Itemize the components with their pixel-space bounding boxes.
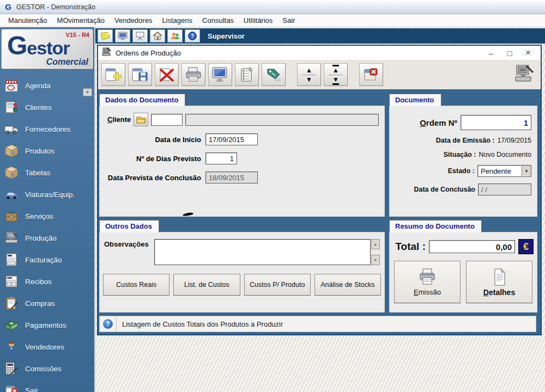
board-button[interactable] bbox=[132, 29, 148, 42]
sidebar-item-agenda[interactable]: Agenda ▼ bbox=[0, 75, 94, 96]
outros-dados-tab[interactable]: Outros Dados bbox=[99, 220, 159, 232]
sidebar-item-label: Recibos bbox=[25, 278, 52, 286]
sidebar-item-pagamentos[interactable]: Pagamentos bbox=[0, 314, 94, 336]
euro-icon: € bbox=[518, 239, 534, 254]
help-icon: ? bbox=[103, 319, 113, 329]
cliente-lookup-button[interactable] bbox=[134, 113, 148, 126]
chevron-down-icon[interactable]: ▼ bbox=[522, 166, 531, 176]
status-help: ? bbox=[100, 316, 117, 332]
monitor-icon bbox=[117, 31, 128, 41]
data-emissao-value: 17/09/2015 bbox=[497, 137, 531, 144]
estado-label: Estado : bbox=[448, 167, 475, 175]
sidebar-item-sair[interactable]: Sair bbox=[0, 379, 94, 392]
dias-previsto-field[interactable]: 1 bbox=[205, 152, 237, 164]
menu-item-vendedores[interactable]: Vendedores bbox=[110, 16, 157, 24]
list-button[interactable] bbox=[235, 63, 259, 86]
users-icon bbox=[169, 31, 180, 41]
tag-button[interactable] bbox=[262, 63, 286, 86]
clipboard-icon bbox=[4, 296, 19, 311]
estado-select[interactable]: Pendente ▼ bbox=[477, 165, 531, 177]
sidebar-item-facturacao[interactable]: Facturação bbox=[0, 249, 94, 271]
home-button[interactable] bbox=[150, 29, 165, 42]
detalhes-button[interactable]: Detalhes bbox=[466, 261, 532, 303]
sidebar-item-comissoes[interactable]: Comissões bbox=[0, 358, 94, 379]
window-title: GESTOR - Demonstração bbox=[16, 3, 95, 11]
payments-icon bbox=[4, 317, 19, 333]
help-button[interactable]: ? bbox=[185, 29, 200, 42]
users-button[interactable] bbox=[167, 29, 183, 42]
sidebar-item-label: Facturação bbox=[25, 256, 62, 264]
maximize-button[interactable]: □ bbox=[500, 48, 519, 58]
observacoes-scrollbar[interactable]: ▲ ▼ bbox=[371, 239, 380, 265]
truck-icon bbox=[4, 121, 19, 137]
sidebar-item-produtos[interactable]: Produtos bbox=[0, 140, 94, 162]
exit-icon bbox=[4, 383, 19, 392]
delete-document-button[interactable] bbox=[155, 63, 179, 86]
cliente-name-field[interactable] bbox=[185, 114, 379, 126]
list-pad-icon bbox=[238, 66, 256, 83]
scroll-down-icon[interactable]: ▼ bbox=[371, 255, 380, 265]
delete-document-icon bbox=[158, 66, 176, 83]
sidebar-item-tabelas[interactable]: Tabelas bbox=[0, 162, 94, 183]
sidebar-item-producao[interactable]: Produção bbox=[0, 227, 94, 249]
data-inicio-field[interactable]: 17/09/2015 bbox=[205, 133, 258, 145]
sidebar-item-label: Pagamentos bbox=[25, 321, 66, 329]
minimize-button[interactable]: – bbox=[482, 48, 500, 58]
close-window-button[interactable] bbox=[359, 63, 383, 86]
monitor-button[interactable] bbox=[115, 29, 130, 42]
print-button[interactable] bbox=[181, 63, 205, 86]
printer-icon bbox=[417, 268, 437, 286]
prev-next-record-button[interactable]: ▲▼ bbox=[297, 63, 321, 86]
app-logo-icon: G bbox=[3, 3, 13, 11]
save-document-button[interactable] bbox=[128, 63, 152, 86]
sidebar-item-viaturas[interactable]: Viaturas/Equip. bbox=[0, 183, 94, 205]
scroll-up-icon[interactable]: ▲ bbox=[371, 239, 380, 249]
resumo-documento-tab[interactable]: Resumo do Documento bbox=[389, 220, 482, 232]
sidebar-collapse-button[interactable]: ▼ bbox=[83, 88, 92, 96]
notes-button[interactable] bbox=[98, 29, 113, 42]
menu-item-movimentacao[interactable]: MOvimentação bbox=[52, 16, 110, 24]
data-prevista-field[interactable]: 18/09/2015 bbox=[205, 171, 258, 183]
current-user-label: Supervisor bbox=[208, 32, 245, 40]
custos-p-produto-button[interactable]: Custos P/ Produto bbox=[244, 274, 311, 296]
sidebar-item-compras[interactable]: Compras bbox=[0, 292, 94, 314]
sidebar-item-recibos[interactable]: Recibos bbox=[0, 271, 94, 292]
observacoes-textarea[interactable] bbox=[154, 239, 371, 265]
data-conclusao-label: Data de Conclusão bbox=[414, 186, 475, 193]
analise-de-stocks-button[interactable]: Análise de Stocks bbox=[314, 274, 381, 296]
menu-item-consultas[interactable]: Consultas bbox=[197, 16, 239, 24]
preview-button[interactable] bbox=[208, 63, 232, 86]
brand-subtitle: Comercial bbox=[46, 57, 88, 67]
estado-value: Pendente bbox=[481, 167, 511, 175]
sidebar-item-fornecedores[interactable]: Fornecedores bbox=[0, 118, 94, 140]
menu-item-listagens[interactable]: Listagens bbox=[157, 16, 197, 24]
documento-tab[interactable]: Documento bbox=[389, 94, 441, 106]
data-conclusao-field[interactable]: / / bbox=[478, 183, 531, 195]
sidebar-item-vendedores[interactable]: Vendedores bbox=[0, 336, 94, 358]
sidebar-item-label: Agenda bbox=[25, 82, 51, 90]
sidebar-item-servicos[interactable]: Serviços bbox=[0, 205, 94, 227]
list-de-custos-button[interactable]: List. de Custos bbox=[173, 274, 240, 296]
sidebar-item-label: Sair bbox=[25, 387, 38, 392]
emissao-button[interactable]: Emissão bbox=[394, 261, 461, 303]
menu-item-manutencao[interactable]: Manutenção bbox=[3, 16, 52, 24]
new-document-button[interactable] bbox=[101, 63, 125, 86]
sidebar-item-clientes[interactable]: Clientes bbox=[0, 96, 94, 118]
close-folder-icon bbox=[362, 66, 380, 83]
person-icon bbox=[4, 339, 19, 354]
first-last-icon: ▲▼ bbox=[329, 65, 343, 85]
first-last-record-button[interactable]: ▲▼ bbox=[324, 63, 348, 86]
cliente-label: Cliente bbox=[107, 115, 131, 124]
status-bar: ? Listagem de Custos Totais dos Produtos… bbox=[99, 316, 536, 332]
menu-item-sair[interactable]: Sair bbox=[277, 16, 300, 24]
cliente-code-field[interactable] bbox=[151, 114, 183, 126]
ordem-numero-field[interactable]: 1 bbox=[461, 115, 531, 130]
detalhes-label: Detalhes bbox=[483, 288, 515, 297]
dados-documento-tab[interactable]: Dados do Documento bbox=[99, 94, 185, 106]
custos-reais-button[interactable]: Custos Reais bbox=[103, 274, 169, 296]
close-button[interactable]: × bbox=[519, 47, 537, 58]
document-icon bbox=[489, 268, 509, 286]
new-document-icon bbox=[104, 66, 123, 83]
observacoes-label: Observações bbox=[104, 239, 154, 248]
menu-item-utilitarios[interactable]: Utilitários bbox=[239, 16, 277, 24]
